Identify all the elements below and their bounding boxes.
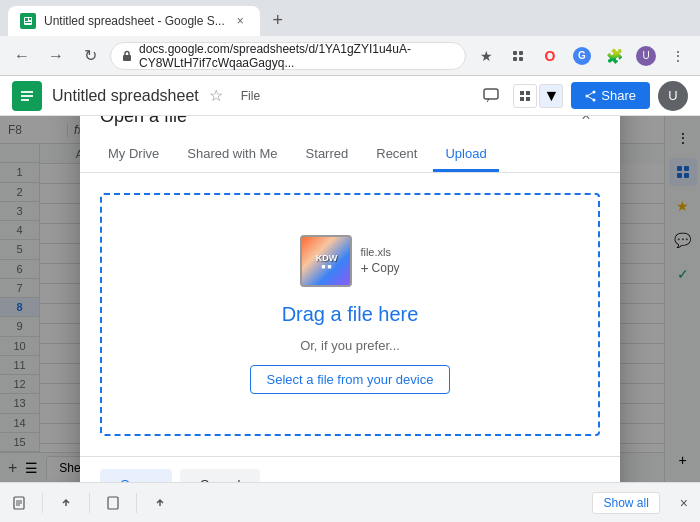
dialog-footer: Open Cancel	[80, 456, 620, 482]
tab-recent[interactable]: Recent	[364, 138, 429, 172]
svg-rect-11	[21, 95, 33, 97]
taskbar-up-arrow[interactable]	[59, 496, 73, 510]
file-labels: file.xls + Copy	[360, 246, 399, 276]
dialog-header: Open a file ×	[80, 116, 620, 130]
svg-rect-7	[513, 57, 517, 61]
tab-favicon	[20, 13, 36, 29]
extensions-icon[interactable]	[504, 42, 532, 70]
share-button[interactable]: Share	[571, 82, 650, 109]
profile-icon[interactable]: G	[568, 42, 596, 70]
opera-icon[interactable]: O	[536, 42, 564, 70]
svg-rect-15	[526, 91, 530, 95]
svg-rect-13	[484, 89, 498, 99]
svg-rect-12	[21, 99, 29, 101]
bookmark-icon[interactable]: ★	[472, 42, 500, 70]
grid-view-icon[interactable]	[513, 84, 537, 108]
divider	[42, 493, 43, 513]
toolbar-icons: ★ O G 🧩 U ⋮	[472, 42, 692, 70]
divider2	[89, 493, 90, 513]
url-text: docs.google.com/spreadsheets/d/1YA1gZYI1…	[139, 42, 455, 70]
svg-rect-16	[520, 97, 524, 101]
bookmark-star-icon[interactable]: ☆	[209, 86, 223, 105]
dragged-file-icon: KDW ■ ■	[300, 235, 352, 287]
dialog-overlay: Open a file × My Drive Shared with Me St…	[0, 116, 700, 482]
taskbar-up-arrow2[interactable]	[153, 496, 167, 510]
doc-icon	[12, 496, 26, 510]
taskbar-doc-item2	[106, 496, 120, 510]
taskbar-doc-item	[12, 496, 26, 510]
new-tab-button[interactable]: +	[264, 6, 292, 34]
dialog-title: Open a file	[100, 116, 187, 127]
plus-icon: +	[360, 260, 368, 276]
forward-button[interactable]: →	[42, 42, 70, 70]
user-avatar-chrome[interactable]: U	[632, 42, 660, 70]
divider3	[136, 493, 137, 513]
browser-window: Untitled spreadsheet - Google S... × + ←…	[0, 0, 700, 522]
file-name-label: file.xls	[360, 246, 399, 258]
dialog-body: KDW ■ ■ file.xls + Copy	[80, 173, 620, 456]
active-tab[interactable]: Untitled spreadsheet - Google S... ×	[8, 6, 260, 36]
cancel-button[interactable]: Cancel	[180, 469, 260, 482]
tab-title: Untitled spreadsheet - Google S...	[44, 14, 225, 28]
dialog-tabs: My Drive Shared with Me Starred Recent U…	[80, 130, 620, 173]
menu-button[interactable]: ⋮	[664, 42, 692, 70]
show-all-button[interactable]: Show all	[592, 492, 659, 514]
file-icon-area: KDW ■ ■ file.xls + Copy	[300, 235, 399, 287]
tab-starred[interactable]: Starred	[294, 138, 361, 172]
svg-rect-4	[123, 55, 131, 61]
svg-rect-6	[519, 51, 523, 55]
drag-title: Drag a file here	[282, 303, 419, 326]
svg-line-21	[587, 92, 594, 96]
svg-rect-5	[513, 51, 517, 55]
lock-icon	[121, 50, 133, 62]
svg-rect-1	[25, 18, 28, 21]
tab-bar: Untitled spreadsheet - Google S... × +	[0, 0, 700, 36]
copy-badge: + Copy	[360, 260, 399, 276]
tab-close-button[interactable]: ×	[233, 12, 248, 30]
user-avatar[interactable]: U	[658, 81, 688, 111]
comments-icon[interactable]	[477, 82, 505, 110]
tab-shared-with-me[interactable]: Shared with Me	[175, 138, 289, 172]
refresh-button[interactable]: ↻	[76, 42, 104, 70]
select-file-button[interactable]: Select a file from your device	[250, 365, 451, 394]
menu-file[interactable]: File	[241, 89, 260, 103]
tab-my-drive[interactable]: My Drive	[96, 138, 171, 172]
puzzle-icon[interactable]: 🧩	[600, 42, 628, 70]
or-text: Or, if you prefer...	[300, 338, 400, 353]
view-toggle: ▼	[513, 84, 563, 108]
sheets-app-icon	[12, 81, 42, 111]
svg-rect-10	[21, 91, 33, 93]
expand-view-icon[interactable]: ▼	[539, 84, 563, 108]
app-bar: Untitled spreadsheet ☆ File	[0, 76, 700, 116]
copy-label: Copy	[372, 261, 400, 275]
drop-zone[interactable]: KDW ■ ■ file.xls + Copy	[100, 193, 600, 436]
svg-rect-2	[29, 18, 31, 20]
url-bar[interactable]: docs.google.com/spreadsheets/d/1YA1gZYI1…	[110, 42, 466, 70]
svg-line-22	[587, 96, 594, 100]
open-button[interactable]: Open	[100, 469, 172, 482]
address-bar: ← → ↻ docs.google.com/spreadsheets/d/1YA…	[0, 36, 700, 76]
svg-rect-3	[25, 22, 31, 23]
tab-upload[interactable]: Upload	[433, 138, 498, 172]
spreadsheet-area: F8 fx 1 2 3 4 5 6 7 8 9 10 11 12 13	[0, 116, 700, 482]
drag-content: KDW ■ ■ file.xls + Copy	[250, 235, 451, 394]
open-file-dialog: Open a file × My Drive Shared with Me St…	[80, 116, 620, 482]
taskbar-close-button[interactable]: ×	[680, 495, 688, 511]
back-button[interactable]: ←	[8, 42, 36, 70]
svg-rect-8	[519, 57, 523, 61]
app-title: Untitled spreadsheet	[52, 87, 199, 105]
svg-rect-17	[526, 97, 530, 101]
app-actions: ▼ Share U	[477, 81, 688, 111]
svg-rect-14	[520, 91, 524, 95]
dialog-close-button[interactable]: ×	[572, 116, 600, 130]
download-taskbar: Show all ×	[0, 482, 700, 522]
svg-rect-31	[108, 497, 118, 509]
